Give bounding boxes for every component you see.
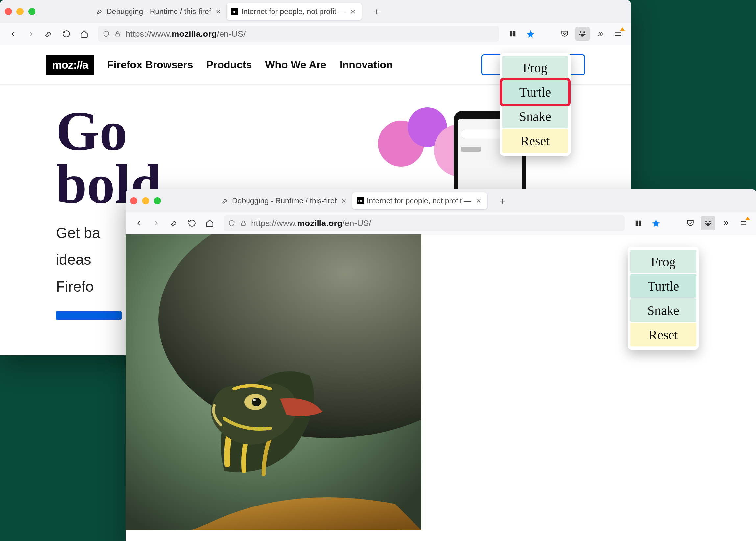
mozilla-logo[interactable]: moz://a: [46, 55, 94, 75]
tab-mozilla[interactable]: m Internet for people, not profit — ×: [353, 192, 487, 209]
hero-cta-button[interactable]: [56, 310, 122, 320]
minimize-window-button[interactable]: [142, 197, 149, 205]
wrench-icon: [222, 197, 229, 205]
close-window-button[interactable]: [130, 197, 137, 205]
container-icon[interactable]: [505, 27, 520, 41]
tab-mozilla[interactable]: m Internet for people, not profit — ×: [227, 3, 362, 20]
shield-icon: [228, 220, 235, 227]
svg-rect-16: [461, 147, 480, 152]
shield-icon: [103, 30, 110, 37]
extension-popup-front: Frog Turtle Snake Reset: [628, 247, 699, 350]
back-button[interactable]: [6, 27, 20, 41]
svg-point-23: [709, 221, 711, 222]
svg-rect-17: [241, 223, 245, 226]
svg-point-26: [706, 223, 710, 226]
new-tab-button[interactable]: ＋: [494, 192, 511, 209]
menu-icon[interactable]: [611, 27, 625, 41]
toolbar: https://www.mozilla.org/en-US/: [126, 212, 756, 234]
svg-point-6: [583, 31, 585, 33]
new-tab-button[interactable]: ＋: [368, 3, 385, 20]
container-icon[interactable]: [631, 216, 646, 231]
svg-point-9: [581, 34, 584, 37]
menu-icon[interactable]: [736, 216, 751, 231]
svg-point-8: [584, 34, 585, 35]
popup-item-reset[interactable]: Reset: [630, 323, 696, 346]
favicon-mozilla-icon: m: [357, 197, 364, 205]
svg-point-7: [579, 34, 580, 35]
svg-point-24: [705, 223, 706, 224]
svg-rect-19: [639, 221, 641, 223]
extension-popup-back: Frog Turtle Snake Reset: [500, 53, 571, 156]
forward-button[interactable]: [149, 216, 164, 231]
popup-item-frog[interactable]: Frog: [502, 56, 568, 80]
tab-label: Internet for people, not profit —: [367, 197, 471, 206]
address-bar[interactable]: https://www.mozilla.org/en-US/: [224, 215, 624, 231]
tab-bar: Debugging - Runtime / this-firef × m Int…: [0, 0, 631, 23]
address-bar[interactable]: https://www.mozilla.org/en-US/: [98, 26, 499, 42]
devtools-button[interactable]: [41, 27, 56, 41]
bookmark-star-icon[interactable]: [523, 27, 538, 41]
nav-who[interactable]: Who We Are: [265, 59, 327, 71]
wrench-icon: [96, 8, 103, 15]
forward-button[interactable]: [24, 27, 38, 41]
pocket-icon[interactable]: [683, 216, 697, 231]
popup-item-snake[interactable]: Snake: [502, 105, 568, 128]
svg-rect-3: [510, 34, 512, 37]
tab-label: Internet for people, not profit —: [241, 7, 346, 16]
turtle-image: [126, 234, 421, 530]
tab-debugging[interactable]: Debugging - Runtime / this-firef ×: [91, 3, 227, 20]
tab-bar: Debugging - Runtime / this-firef × m Int…: [126, 189, 756, 212]
lock-icon: [114, 31, 121, 37]
devtools-button[interactable]: [167, 216, 182, 231]
svg-point-31: [253, 399, 256, 401]
close-tab-icon[interactable]: ×: [340, 196, 348, 206]
svg-rect-21: [639, 224, 641, 226]
svg-rect-1: [510, 31, 512, 34]
svg-point-5: [580, 31, 581, 33]
reload-button[interactable]: [59, 27, 74, 41]
popup-item-snake[interactable]: Snake: [630, 298, 696, 322]
maximize-window-button[interactable]: [154, 197, 161, 205]
close-tab-icon[interactable]: ×: [214, 7, 222, 17]
popup-item-turtle[interactable]: Turtle: [502, 80, 568, 104]
window-controls: [5, 8, 36, 15]
minimize-window-button[interactable]: [16, 8, 24, 15]
bookmark-star-icon[interactable]: [649, 216, 663, 231]
url-text: https://www.mozilla.org/en-US/: [251, 218, 372, 229]
svg-rect-18: [636, 221, 638, 223]
maximize-window-button[interactable]: [28, 8, 36, 15]
popup-item-turtle[interactable]: Turtle: [630, 274, 696, 298]
close-tab-icon[interactable]: ×: [349, 7, 357, 17]
svg-rect-4: [513, 34, 515, 37]
reload-button[interactable]: [185, 216, 199, 231]
svg-rect-0: [116, 34, 120, 36]
paw-extension-icon[interactable]: [701, 216, 715, 231]
tab-debugging[interactable]: Debugging - Runtime / this-firef ×: [217, 192, 353, 209]
svg-rect-2: [513, 31, 515, 34]
svg-rect-20: [636, 224, 638, 226]
tab-label: Debugging - Runtime / this-firef: [232, 197, 337, 206]
browser-window-front: Debugging - Runtime / this-firef × m Int…: [126, 189, 756, 541]
nav-products[interactable]: Products: [207, 59, 252, 71]
favicon-mozilla-icon: m: [232, 8, 238, 15]
window-controls: [130, 197, 161, 205]
home-button[interactable]: [203, 216, 217, 231]
overflow-icon[interactable]: [719, 216, 733, 231]
svg-point-22: [705, 221, 707, 222]
popup-item-frog[interactable]: Frog: [630, 250, 696, 273]
overflow-icon[interactable]: [593, 27, 607, 41]
svg-point-30: [252, 398, 261, 406]
nav-innovation[interactable]: Innovation: [340, 59, 393, 71]
back-button[interactable]: [132, 216, 146, 231]
tab-label: Debugging - Runtime / this-firef: [107, 7, 211, 16]
toolbar: https://www.mozilla.org/en-US/: [0, 23, 631, 45]
close-window-button[interactable]: [5, 8, 12, 15]
popup-item-reset[interactable]: Reset: [502, 129, 568, 153]
nav-firefox[interactable]: Firefox Browsers: [107, 59, 193, 71]
pocket-icon[interactable]: [557, 27, 572, 41]
close-tab-icon[interactable]: ×: [475, 196, 482, 206]
url-text: https://www.mozilla.org/en-US/: [126, 29, 246, 39]
paw-extension-icon[interactable]: [575, 27, 590, 41]
home-button[interactable]: [77, 27, 91, 41]
svg-point-25: [710, 223, 711, 224]
